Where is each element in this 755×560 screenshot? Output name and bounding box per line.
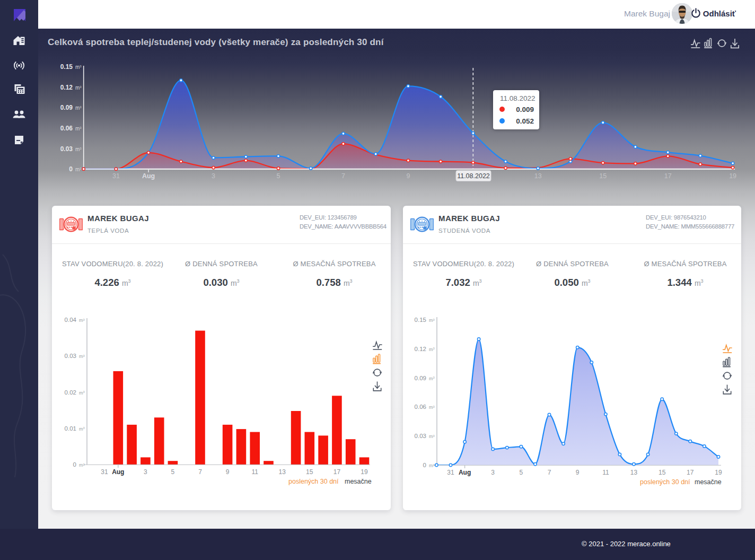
svg-text:m3: m3	[79, 390, 85, 396]
svg-text:m3: m3	[79, 354, 85, 359]
svg-text:15: 15	[306, 468, 313, 476]
svg-text:7: 7	[548, 469, 551, 476]
svg-text:0.09: 0.09	[60, 104, 73, 111]
svg-text:7: 7	[198, 468, 202, 476]
svg-text:9: 9	[406, 172, 410, 180]
svg-text:m3: m3	[75, 146, 82, 152]
svg-text:3: 3	[212, 172, 215, 180]
svg-text:m3: m3	[75, 167, 82, 172]
svg-text:m3: m3	[429, 463, 435, 468]
svg-text:9: 9	[576, 469, 580, 476]
svg-text:0.01: 0.01	[65, 425, 76, 432]
svg-text:0.009: 0.009	[516, 106, 534, 113]
svg-text:0.15: 0.15	[60, 63, 73, 71]
svg-text:0.06: 0.06	[415, 404, 426, 410]
svg-text:0.15: 0.15	[415, 317, 426, 323]
svg-text:19: 19	[715, 469, 722, 476]
svg-text:0.052: 0.052	[516, 117, 534, 125]
svg-text:31: 31	[101, 468, 108, 476]
svg-text:m3: m3	[429, 347, 435, 352]
svg-text:11: 11	[602, 469, 609, 476]
svg-text:3: 3	[144, 468, 147, 476]
svg-text:31: 31	[112, 172, 120, 180]
svg-text:0: 0	[423, 462, 426, 468]
svg-text:Aug: Aug	[459, 469, 471, 476]
svg-text:m3: m3	[429, 376, 435, 381]
svg-text:17: 17	[687, 469, 694, 476]
svg-text:5: 5	[171, 468, 175, 476]
svg-text:0.12: 0.12	[60, 84, 73, 91]
svg-text:Aug: Aug	[142, 172, 155, 180]
svg-text:m3: m3	[75, 126, 82, 132]
svg-text:0.04: 0.04	[65, 317, 77, 323]
svg-text:9: 9	[226, 468, 230, 476]
svg-text:0.03: 0.03	[65, 353, 76, 359]
svg-text:19: 19	[729, 172, 736, 180]
svg-text:11.08.2022: 11.08.2022	[500, 94, 535, 102]
svg-text:m3: m3	[79, 426, 85, 432]
svg-text:15: 15	[599, 172, 607, 180]
svg-text:17: 17	[664, 172, 672, 180]
svg-text:0.03: 0.03	[60, 145, 73, 153]
svg-text:0.12: 0.12	[415, 346, 426, 352]
svg-text:5: 5	[520, 469, 523, 476]
svg-text:m3: m3	[79, 318, 85, 323]
svg-text:11: 11	[251, 468, 258, 476]
svg-text:0.09: 0.09	[415, 375, 426, 381]
svg-text:0.02: 0.02	[65, 389, 76, 396]
svg-text:11.08.2022: 11.08.2022	[457, 172, 490, 180]
svg-text:15: 15	[659, 469, 666, 476]
svg-text:m3: m3	[429, 405, 435, 410]
svg-text:13: 13	[279, 468, 286, 476]
svg-text:5: 5	[277, 172, 280, 180]
svg-text:m3: m3	[429, 434, 435, 439]
svg-text:m3: m3	[75, 105, 82, 111]
svg-text:0: 0	[73, 461, 76, 468]
svg-text:17: 17	[333, 468, 341, 476]
svg-text:m3: m3	[429, 318, 435, 323]
svg-text:m3: m3	[79, 462, 85, 468]
svg-text:m3: m3	[75, 64, 82, 70]
svg-text:m3: m3	[75, 85, 82, 91]
svg-text:0.03: 0.03	[415, 433, 426, 439]
svg-text:31: 31	[447, 469, 454, 476]
svg-text:19: 19	[361, 468, 368, 476]
svg-text:13: 13	[534, 172, 542, 180]
svg-text:0: 0	[69, 165, 73, 173]
svg-text:0.06: 0.06	[60, 125, 73, 132]
svg-text:3: 3	[491, 469, 495, 476]
svg-text:Aug: Aug	[112, 468, 124, 476]
svg-text:13: 13	[630, 469, 638, 476]
svg-text:7: 7	[341, 172, 345, 180]
